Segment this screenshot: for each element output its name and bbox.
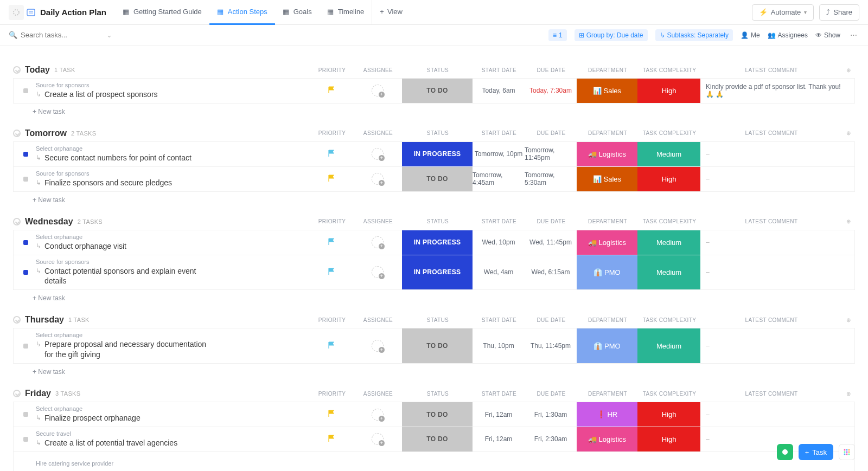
assignee-cell[interactable] (353, 142, 402, 166)
task-row[interactable]: Source for sponsors ↳ Create a list of p… (13, 78, 855, 104)
complexity-cell[interactable]: High (637, 79, 700, 103)
add-assignee-icon[interactable] (372, 266, 384, 278)
add-column-button[interactable]: ⊕ (842, 67, 855, 73)
priority-cell[interactable] (310, 142, 353, 166)
status-square[interactable] (23, 412, 28, 417)
collapse-icon[interactable] (13, 66, 21, 74)
status-square[interactable] (23, 88, 28, 93)
add-assignee-icon[interactable] (372, 340, 384, 352)
complexity-cell[interactable]: Medium (637, 142, 700, 166)
comment-cell[interactable]: – (700, 230, 841, 255)
tab-getting-started-guide[interactable]: ▦Getting Started Guide (115, 0, 209, 25)
add-column-button[interactable]: ⊕ (842, 391, 855, 397)
group-header[interactable]: Wednesday 2 TASKS (13, 214, 103, 230)
complexity-cell[interactable]: High (637, 167, 700, 191)
assignee-cell[interactable] (353, 328, 402, 363)
tab-goals[interactable]: ▦Goals (275, 0, 320, 25)
collapse-icon[interactable] (13, 316, 21, 324)
priority-cell[interactable] (310, 328, 353, 363)
status-cell[interactable]: TO DO (402, 79, 473, 103)
group-header[interactable]: Thursday 1 TASK (13, 312, 90, 328)
status-cell[interactable]: TO DO (402, 427, 473, 451)
record-button[interactable] (777, 444, 793, 460)
subtasks-chip[interactable]: ↳ Subtasks: Separately (655, 29, 733, 41)
collapse-icon[interactable] (13, 390, 21, 397)
me-chip[interactable]: 👤 Me (741, 31, 760, 39)
task-row[interactable]: Select orphanage ↳ Conduct orphanage vis… (13, 230, 855, 255)
tab-timeline[interactable]: ▦Timeline (320, 0, 372, 25)
automate-button[interactable]: ⚡ Automate ▾ (752, 4, 814, 21)
status-cell[interactable]: TO DO (402, 167, 473, 191)
status-square[interactable] (23, 240, 28, 245)
start-date-cell[interactable]: Wed, 10pm (473, 230, 525, 255)
department-cell[interactable]: 📊 Sales (577, 79, 637, 103)
search-input[interactable] (21, 31, 97, 39)
complexity-cell[interactable]: Medium (637, 328, 700, 363)
status-cell[interactable]: IN PROGRESS (402, 142, 473, 166)
task-row[interactable]: Select orphanage ↳ Finalize prospect orp… (13, 402, 855, 427)
collapse-icon[interactable] (13, 218, 21, 225)
more-icon[interactable]: ⋯ (848, 31, 859, 39)
groupby-chip[interactable]: ⊞ Group by: Due date (575, 29, 648, 41)
add-column-button[interactable]: ⊕ (842, 218, 855, 224)
start-date-cell[interactable]: Today, 6am (473, 79, 525, 103)
new-task-button[interactable]: + Task (799, 444, 833, 460)
start-date-cell[interactable]: Fri, 12am (473, 402, 525, 427)
status-square[interactable] (23, 177, 28, 182)
add-assignee-icon[interactable] (372, 409, 384, 421)
comment-cell[interactable]: – (700, 328, 841, 363)
complexity-cell[interactable]: High (637, 402, 700, 427)
add-column-button[interactable]: ⊕ (842, 130, 855, 136)
complexity-cell[interactable]: Medium (637, 230, 700, 255)
status-cell[interactable]: IN PROGRESS (402, 255, 473, 290)
add-column-button[interactable]: ⊕ (842, 317, 855, 323)
add-assignee-icon[interactable] (372, 148, 384, 160)
priority-cell[interactable] (310, 167, 353, 191)
group-header[interactable]: Tomorrow 2 TASKS (13, 125, 96, 141)
department-cell[interactable]: 📊 Sales (577, 167, 637, 191)
priority-cell[interactable] (310, 427, 353, 451)
comment-cell[interactable]: – (700, 402, 841, 427)
comment-cell[interactable]: – (700, 255, 841, 290)
department-cell[interactable]: 🚚 Logistics (577, 230, 637, 255)
add-assignee-icon[interactable] (372, 85, 384, 96)
task-row[interactable]: Source for sponsors ↳ Finalize sponsors … (13, 167, 855, 192)
start-date-cell[interactable]: Thu, 10pm (473, 328, 525, 363)
due-date-cell[interactable]: Fri, 2:30am (525, 427, 577, 451)
comment-cell[interactable]: Kindly provide a pdf of sponsor list. Th… (700, 79, 841, 103)
status-cell[interactable]: IN PROGRESS (402, 230, 473, 255)
complexity-cell[interactable]: High (637, 427, 700, 451)
priority-cell[interactable] (310, 79, 353, 103)
tab-action-steps[interactable]: ▦Action Steps (209, 0, 275, 25)
assignee-cell[interactable] (353, 167, 402, 191)
search-dropdown[interactable]: ⌄ (106, 31, 112, 39)
task-row[interactable]: Source for sponsors ↳ Contact potential … (13, 255, 855, 291)
start-date-cell[interactable]: Tomorrow, 10pm (473, 142, 525, 166)
assignees-chip[interactable]: 👥 Assignees (768, 31, 808, 39)
task-row[interactable]: Secure travel ↳ Create a list of potenti… (13, 427, 855, 452)
comment-cell[interactable]: – (700, 167, 841, 191)
due-date-cell[interactable]: Thu, 11:45pm (525, 328, 577, 363)
new-task-link[interactable]: + New task (13, 192, 855, 204)
assignee-cell[interactable] (353, 79, 402, 103)
filter-chip[interactable]: ≡ 1 (548, 29, 567, 41)
comment-cell[interactable]: – (700, 142, 841, 166)
department-cell[interactable]: 🚚 Logistics (577, 142, 637, 166)
group-header[interactable]: Today 1 TASK (13, 62, 75, 78)
due-date-cell[interactable]: Tomorrow, 11:45pm (525, 142, 577, 166)
department-cell[interactable]: 👔 PMO (577, 328, 637, 363)
assignee-cell[interactable] (353, 255, 402, 290)
start-date-cell[interactable]: Wed, 4am (473, 255, 525, 290)
start-date-cell[interactable]: Tomorrow, 4:45am (473, 167, 525, 191)
add-assignee-icon[interactable] (372, 433, 384, 445)
status-square[interactable] (23, 344, 28, 349)
menu-toggle-button[interactable] (9, 5, 24, 20)
apps-button[interactable] (839, 444, 855, 460)
share-button[interactable]: ⤴ Share (819, 4, 859, 21)
new-task-link[interactable]: + New task (13, 364, 855, 376)
status-square[interactable] (23, 270, 28, 275)
priority-cell[interactable] (310, 230, 353, 255)
department-cell[interactable]: ❗ HR (577, 402, 637, 427)
department-cell[interactable]: 👔 PMO (577, 255, 637, 290)
task-row[interactable]: Hire catering service provider (13, 452, 855, 471)
